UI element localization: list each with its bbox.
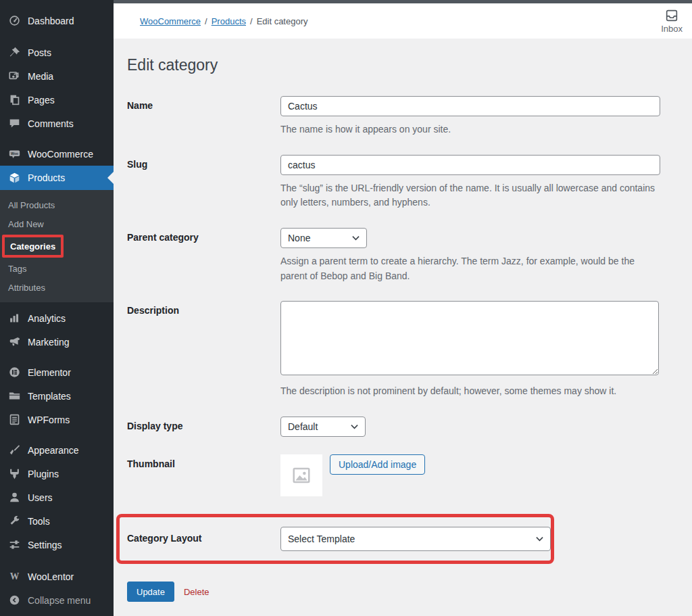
sidebar-item-label: Tools [28, 516, 50, 527]
paintbrush-icon [7, 444, 21, 456]
category-layout-select[interactable]: Select Template [280, 527, 551, 551]
sidebar-item-label: Comments [28, 118, 74, 129]
chevron-down-icon [536, 536, 543, 542]
user-icon [7, 492, 21, 503]
woocommerce-icon: Woo [7, 148, 21, 160]
slug-label: Slug [127, 155, 280, 210]
sidebar-item-analytics[interactable]: Analytics [0, 306, 114, 330]
comment-bubble-icon [7, 118, 21, 129]
sidebar-item-posts[interactable]: Posts [0, 41, 114, 64]
display-type-selected-value: Default [288, 421, 318, 432]
form-actions: Update Delete [127, 582, 660, 602]
topbar: WooCommerce / Products / Edit category I… [114, 3, 692, 39]
breadcrumb-link-products[interactable]: Products [212, 16, 246, 26]
sidebar-item-settings[interactable]: Settings [0, 533, 114, 556]
sidebar-item-marketing[interactable]: Marketing [0, 330, 114, 354]
submenu-item-attributes[interactable]: Attributes [0, 278, 114, 297]
breadcrumb-link-woocommerce[interactable]: WooCommerce [140, 16, 201, 26]
collapse-arrow-icon [7, 594, 21, 606]
sidebar-item-tools[interactable]: Tools [0, 509, 114, 533]
category-layout-row: Category Layout Select Template [127, 527, 551, 551]
sidebar-item-comments[interactable]: Comments [0, 112, 114, 135]
thumbnail-placeholder [280, 454, 322, 496]
woolentor-icon: W [7, 571, 21, 582]
page-title: Edit category [127, 56, 660, 74]
upload-add-image-button[interactable]: Upload/Add image [330, 454, 425, 475]
sidebar-item-appearance[interactable]: Appearance [0, 438, 114, 462]
form-icon [7, 414, 21, 425]
parent-category-row: Parent category None Assign a parent ter… [127, 228, 660, 283]
megaphone-icon [7, 336, 21, 348]
delete-link[interactable]: Delete [184, 587, 209, 597]
category-layout-label: Category Layout [127, 527, 280, 551]
svg-text:Woo: Woo [11, 151, 18, 156]
sidebar-item-label: Analytics [28, 313, 66, 324]
sidebar-item-pages[interactable]: Pages [0, 88, 114, 112]
pushpin-icon [7, 47, 21, 58]
wordpress-admin-screen: Dashboard Posts Media Pages Comments Woo… [0, 0, 692, 616]
submenu-item-tags[interactable]: Tags [0, 259, 114, 278]
sidebar-item-label: Dashboard [28, 16, 74, 26]
sidebar-item-label: Posts [28, 47, 51, 58]
description-textarea[interactable] [280, 301, 659, 375]
submenu-item-add-new[interactable]: Add New [0, 214, 114, 233]
sidebar-item-users[interactable]: Users [0, 485, 114, 509]
category-layout-highlight-box: Category Layout Select Template [116, 514, 554, 564]
folder-icon [7, 390, 21, 402]
edit-category-form: Edit category Name The name is how it ap… [114, 39, 692, 616]
sidebar-item-label: Appearance [28, 445, 79, 456]
slug-input[interactable] [280, 155, 660, 175]
sidebar-item-media[interactable]: Media [0, 64, 114, 88]
display-type-row: Display type Default [127, 417, 660, 437]
thumbnail-row: Thumbnail Upload/Add image [127, 454, 660, 496]
inbox-button[interactable]: Inbox [661, 8, 684, 34]
category-layout-selected-value: Select Template [288, 534, 355, 544]
chevron-down-icon [352, 235, 360, 241]
dashboard-icon [7, 15, 21, 26]
sidebar-item-woocommerce[interactable]: Woo WooCommerce [0, 142, 114, 166]
display-type-select[interactable]: Default [280, 417, 366, 437]
main-area: WooCommerce / Products / Edit category I… [114, 0, 692, 616]
categories-highlight-box: Categories [2, 235, 64, 258]
product-box-icon [7, 172, 21, 184]
inbox-label: Inbox [661, 24, 683, 34]
bar-chart-icon [7, 312, 21, 324]
breadcrumb-separator: / [250, 16, 253, 26]
sidebar-item-label: Users [28, 492, 53, 503]
sidebar-item-label: Products [28, 172, 65, 183]
sidebar-item-wpforms[interactable]: WPForms [0, 408, 114, 431]
submenu-item-categories[interactable]: Categories [10, 239, 55, 253]
name-label: Name [127, 96, 280, 137]
sidebar-item-woolentor[interactable]: W WooLentor [0, 565, 114, 588]
sidebar-item-label: Collapse menu [28, 595, 91, 606]
breadcrumb-separator: / [205, 16, 207, 26]
inbox-icon [664, 8, 679, 23]
description-label: Description [127, 301, 280, 399]
sidebar-item-label: Settings [28, 540, 62, 550]
sidebar-item-templates[interactable]: Templates [0, 384, 114, 408]
products-submenu: All Products Add New Categories Tags Att… [0, 190, 114, 302]
submenu-item-all-products[interactable]: All Products [0, 195, 114, 214]
sidebar-item-elementor[interactable]: Elementor [0, 360, 114, 384]
plug-icon [7, 468, 21, 479]
sidebar-item-label: Templates [28, 391, 71, 402]
elementor-icon [7, 366, 21, 378]
parent-category-select[interactable]: None [280, 228, 367, 248]
description-help-text: The description is not prominent by defa… [280, 384, 660, 399]
sidebar-item-products[interactable]: Products [0, 166, 114, 190]
media-icon [7, 70, 21, 82]
sidebar-item-dashboard[interactable]: Dashboard [0, 9, 114, 32]
sidebar-item-label: WooCommerce [28, 149, 93, 160]
slug-row: Slug The “slug” is the URL-friendly vers… [127, 155, 660, 210]
parent-category-label: Parent category [127, 228, 280, 283]
sidebar-item-label: WPForms [28, 414, 70, 425]
admin-sidebar: Dashboard Posts Media Pages Comments Woo… [0, 0, 114, 616]
name-input[interactable] [280, 96, 660, 116]
sidebar-item-label: Marketing [28, 337, 69, 348]
sidebar-item-label: WooLentor [28, 571, 74, 582]
sidebar-item-plugins[interactable]: Plugins [0, 462, 114, 485]
update-button[interactable]: Update [127, 582, 174, 602]
name-row: Name The name is how it appears on your … [127, 96, 660, 137]
slug-help-text: The “slug” is the URL-friendly version o… [280, 181, 660, 210]
sidebar-item-collapse-menu[interactable]: Collapse menu [0, 588, 114, 612]
